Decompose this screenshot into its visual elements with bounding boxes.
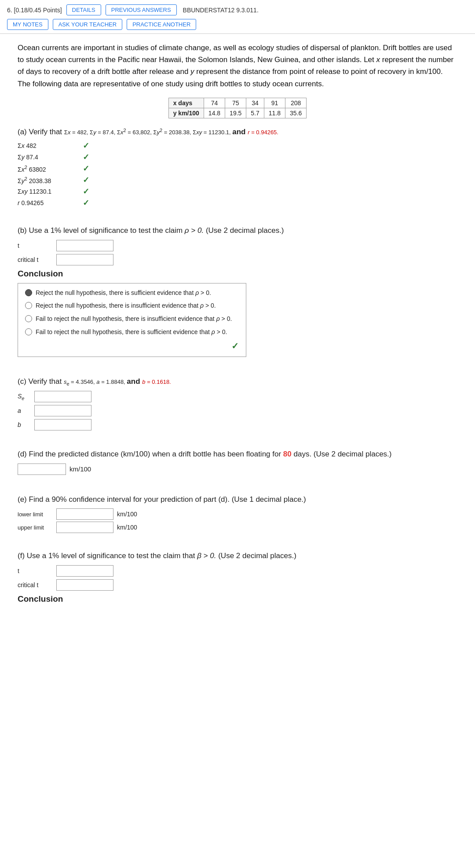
previous-answers-button[interactable]: PREVIOUS ANSWERS xyxy=(106,4,177,15)
lower-limit-label: lower limit xyxy=(18,511,53,518)
critical-t-input-f[interactable] xyxy=(56,579,113,591)
table-header-xdays: x days xyxy=(168,98,204,108)
conclusion-option-b3[interactable]: Fail to reject the null hypothesis, ther… xyxy=(25,315,239,324)
critical-t-input-row-b: critical t xyxy=(18,254,457,265)
t-input-b[interactable] xyxy=(56,240,113,251)
lower-limit-input[interactable] xyxy=(56,508,113,520)
verify-row-sumxy: Σxy 11230.1 ✓ xyxy=(18,187,457,196)
conclusion-box-b: Reject the null hypothesis, there is suf… xyxy=(18,283,246,357)
t-input-row-b: t xyxy=(18,240,457,251)
table-header-ykm: y km/100 xyxy=(168,108,204,118)
part-d-section: (d) Find the predicted distance (km/100)… xyxy=(18,449,457,475)
upper-limit-label: upper limit xyxy=(18,524,53,531)
conclusion-option-b2[interactable]: Reject the null hypothesis, there is ins… xyxy=(25,302,239,310)
conclusion-option-b1-text: Reject the null hypothesis, there is suf… xyxy=(36,289,211,298)
verify-row-r: r 0.94265 ✓ xyxy=(18,198,457,208)
critical-t-label-b: critical t xyxy=(18,256,53,263)
table-cell-x1: 74 xyxy=(204,98,225,108)
conclusion-check-b: ✓ xyxy=(25,341,239,351)
part-e-header: (e) Find a 90% confidence interval for y… xyxy=(18,494,457,505)
t-label-b: t xyxy=(18,242,53,249)
verify-row-sumx: Σx 482 ✓ xyxy=(18,141,457,151)
practice-another-button[interactable]: PRACTICE ANOTHER xyxy=(127,19,196,30)
table-cell-x2: 75 xyxy=(225,98,246,108)
km-unit: km/100 xyxy=(69,465,91,473)
t-input-row-f: t xyxy=(18,565,457,577)
table-cell-y3: 5.7 xyxy=(246,108,264,118)
part-a-header: (a) Verify that Σx = 482, Σy = 87.4, Σx2… xyxy=(18,126,457,138)
critical-t-input-b[interactable] xyxy=(56,254,113,265)
km-input[interactable] xyxy=(18,463,66,475)
data-table: x days 74 75 34 91 208 y km/100 14.8 19.… xyxy=(168,98,307,118)
details-button[interactable]: DETAILS xyxy=(66,4,101,15)
table-cell-x3: 34 xyxy=(246,98,264,108)
check-sumx: ✓ xyxy=(83,141,89,151)
part-c-section: (c) Verify that se = 4.3546, a = 1.8848,… xyxy=(18,376,457,430)
verify-row-sumx2: Σx2 63802 ✓ xyxy=(18,164,457,173)
radio-b3[interactable] xyxy=(25,315,32,322)
radio-b2[interactable] xyxy=(25,302,32,309)
upper-limit-row: upper limit km/100 xyxy=(18,522,457,533)
check-r: ✓ xyxy=(83,198,89,208)
verify-row-sumy2: Σy2 2038.38 ✓ xyxy=(18,175,457,185)
conclusion-option-b1[interactable]: Reject the null hypothesis, there is suf… xyxy=(25,289,239,298)
table-cell-y5: 35.6 xyxy=(285,108,307,118)
table-cell-x4: 91 xyxy=(264,98,285,108)
part-f-header: (f) Use a 1% level of significance to te… xyxy=(18,550,457,562)
my-notes-button[interactable]: MY NOTES xyxy=(7,19,48,30)
check-sumy2: ✓ xyxy=(83,175,89,185)
upper-limit-input[interactable] xyxy=(56,522,113,533)
check-sumxy: ✓ xyxy=(83,187,89,196)
conclusion-title-f: Conclusion xyxy=(18,594,457,604)
top-bar: 6. [0.18/0.45 Points] DETAILS PREVIOUS A… xyxy=(0,0,475,34)
a-label: a xyxy=(18,407,31,414)
check-sumy: ✓ xyxy=(83,152,89,162)
a-input[interactable] xyxy=(34,405,91,416)
part-b-section: (b) Use a 1% level of significance to te… xyxy=(18,225,457,357)
se-input[interactable] xyxy=(34,391,91,402)
problem-text: Ocean currents are important in studies … xyxy=(18,42,457,90)
conclusion-option-b2-text: Reject the null hypothesis, there is ins… xyxy=(36,302,216,310)
conclusion-option-b4[interactable]: Fail to reject the null hypothesis, ther… xyxy=(25,328,239,337)
part-c-header: (c) Verify that se = 4.3546, a = 1.8848,… xyxy=(18,376,457,387)
b-label: b xyxy=(18,421,31,428)
bbid-label: BBUNDERSTAT12 9.3.011. xyxy=(183,7,259,14)
t-input-f[interactable] xyxy=(56,565,113,577)
conclusion-title-b: Conclusion xyxy=(18,269,457,279)
conclusion-option-b3-text: Fail to reject the null hypothesis, ther… xyxy=(36,315,232,324)
verify-rows: Σx 482 ✓ Σy 87.4 ✓ Σx2 63802 ✓ Σy2 2038.… xyxy=(18,141,457,208)
part-f-section: (f) Use a 1% level of significance to te… xyxy=(18,550,457,604)
table-cell-y2: 19.5 xyxy=(225,108,246,118)
table-cell-x5: 208 xyxy=(285,98,307,108)
table-cell-y1: 14.8 xyxy=(204,108,225,118)
part-d-header: (d) Find the predicted distance (km/100)… xyxy=(18,449,457,460)
se-label: Se xyxy=(18,393,31,401)
t-label-f: t xyxy=(18,567,53,574)
question-number: 6. [0.18/0.45 Points] xyxy=(7,7,62,14)
ask-teacher-button[interactable]: ASK YOUR TEACHER xyxy=(53,19,122,30)
se-input-row: Se xyxy=(18,391,457,402)
km-input-row: km/100 xyxy=(18,463,457,475)
main-content: Ocean currents are important in studies … xyxy=(0,34,475,626)
critical-t-input-row-f: critical t xyxy=(18,579,457,591)
lower-limit-row: lower limit km/100 xyxy=(18,508,457,520)
radio-b4[interactable] xyxy=(25,328,32,335)
a-input-row: a xyxy=(18,405,457,416)
top-bar-row1: 6. [0.18/0.45 Points] DETAILS PREVIOUS A… xyxy=(7,4,468,15)
top-bar-row2: MY NOTES ASK YOUR TEACHER PRACTICE ANOTH… xyxy=(7,19,468,30)
b-input[interactable] xyxy=(34,419,91,430)
conclusion-option-b4-text: Fail to reject the null hypothesis, ther… xyxy=(36,328,227,337)
critical-t-label-f: critical t xyxy=(18,581,53,588)
verify-row-sumy: Σy 87.4 ✓ xyxy=(18,152,457,162)
check-sumx2: ✓ xyxy=(83,164,89,173)
b-input-row: b xyxy=(18,419,457,430)
radio-b1[interactable] xyxy=(25,289,32,296)
lower-limit-unit: km/100 xyxy=(117,511,137,518)
part-e-section: (e) Find a 90% confidence interval for y… xyxy=(18,494,457,533)
upper-limit-unit: km/100 xyxy=(117,524,137,531)
table-cell-y4: 11.8 xyxy=(264,108,285,118)
part-b-header: (b) Use a 1% level of significance to te… xyxy=(18,225,457,236)
